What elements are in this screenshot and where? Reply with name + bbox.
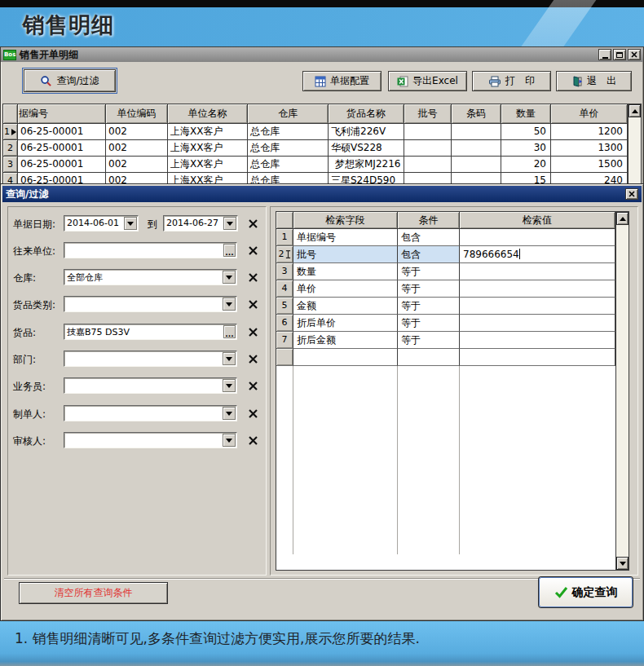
clear-auditor-button[interactable] bbox=[246, 434, 259, 447]
criteria-row-number[interactable]: 3 bbox=[276, 263, 293, 280]
dropdown-button[interactable] bbox=[223, 379, 236, 392]
col-qty[interactable]: 数量 bbox=[501, 104, 551, 124]
clear-date-button[interactable] bbox=[246, 217, 259, 230]
criteria-row-selected[interactable]: 2 批号 包含 789666654 bbox=[276, 246, 615, 263]
criteria-field-cell[interactable]: 单据编号 bbox=[293, 229, 398, 246]
date-to-combobox[interactable]: 2014-06-27 bbox=[163, 215, 238, 232]
dropdown-button[interactable] bbox=[223, 434, 236, 447]
col-barcode[interactable]: 条码 bbox=[452, 104, 501, 124]
criteria-value-cell[interactable] bbox=[460, 280, 615, 298]
table-vertical-scrollbar[interactable] bbox=[628, 104, 641, 188]
clear-salesman-button[interactable] bbox=[246, 379, 259, 392]
criteria-empty-row[interactable] bbox=[276, 349, 615, 366]
dialog-titlebar[interactable]: 查询/过滤 bbox=[2, 186, 642, 202]
criteria-value-cell[interactable] bbox=[460, 315, 615, 332]
criteria-col-field[interactable]: 检索字段 bbox=[293, 212, 398, 229]
product-lookup-input[interactable]: 技嘉B75 DS3V ... bbox=[64, 324, 237, 340]
row-number[interactable]: 3 bbox=[3, 157, 18, 173]
criteria-cond-cell[interactable]: 包含 bbox=[398, 229, 460, 246]
criteria-row[interactable]: 4 单价 等于 bbox=[276, 280, 615, 298]
clear-product-button[interactable] bbox=[246, 325, 259, 338]
col-batch[interactable]: 批号 bbox=[404, 104, 452, 124]
maximize-button[interactable] bbox=[613, 49, 626, 60]
criteria-row-number[interactable]: 2 bbox=[276, 246, 293, 263]
criteria-row[interactable]: 6 折后单价 等于 bbox=[276, 315, 615, 332]
col-unit-name[interactable]: 单位名称 bbox=[168, 104, 248, 124]
clear-department-button[interactable] bbox=[246, 352, 259, 365]
clear-category-button[interactable] bbox=[246, 298, 259, 311]
criteria-cond-cell[interactable]: 等于 bbox=[398, 315, 460, 332]
criteria-value-cell[interactable] bbox=[460, 332, 615, 349]
dropdown-button[interactable] bbox=[223, 217, 236, 230]
minimize-button[interactable] bbox=[598, 49, 611, 60]
lookup-ellipsis-button[interactable]: ... bbox=[223, 325, 236, 338]
criteria-cond-cell[interactable]: 等于 bbox=[398, 298, 460, 315]
criteria-cond-cell[interactable]: 等于 bbox=[398, 263, 460, 280]
col-product[interactable]: 货品名称 bbox=[329, 104, 404, 124]
criteria-field-cell[interactable]: 批号 bbox=[293, 246, 398, 263]
col-price[interactable]: 单价 bbox=[551, 104, 628, 124]
dropdown-button[interactable] bbox=[223, 407, 236, 420]
window-titlebar[interactable]: Bos 销售开单明细 bbox=[1, 47, 643, 62]
clear-all-conditions-button[interactable]: 清空所有查询条件 bbox=[19, 582, 168, 604]
criteria-field-cell[interactable]: 折后金额 bbox=[293, 332, 398, 349]
table-row[interactable]: 1 06-25-00001 002 上海XX客户 总仓库 飞利浦226V 50 … bbox=[3, 124, 628, 140]
print-button[interactable]: 打 印 bbox=[472, 71, 551, 91]
confirm-query-button[interactable]: 确定查询 bbox=[539, 577, 633, 607]
clear-partner-button[interactable] bbox=[246, 244, 259, 257]
criteria-row[interactable]: 7 折后金额 等于 bbox=[276, 332, 615, 349]
dropdown-button[interactable] bbox=[223, 352, 236, 365]
criteria-cond-cell[interactable]: 包含 bbox=[398, 246, 460, 263]
criteria-value-cell[interactable] bbox=[460, 298, 615, 315]
warehouse-select[interactable]: 全部仓库 bbox=[64, 269, 237, 285]
col-unit-code[interactable]: 单位编码 bbox=[106, 104, 168, 124]
salesman-select[interactable] bbox=[64, 377, 237, 394]
lookup-ellipsis-button[interactable]: ... bbox=[223, 244, 236, 257]
criteria-field-cell[interactable]: 折后单价 bbox=[293, 315, 398, 332]
criteria-vertical-scrollbar[interactable] bbox=[615, 212, 629, 570]
row-number[interactable]: 2 bbox=[3, 140, 18, 157]
auditor-select[interactable] bbox=[64, 432, 237, 448]
criteria-row-number[interactable]: 7 bbox=[276, 332, 293, 349]
clear-warehouse-button[interactable] bbox=[246, 271, 259, 284]
doc-config-button[interactable]: 单据配置 bbox=[302, 71, 382, 91]
close-button[interactable] bbox=[628, 49, 641, 60]
exit-button[interactable]: 退 出 bbox=[556, 71, 632, 91]
criteria-cond-cell[interactable]: 等于 bbox=[398, 280, 460, 298]
partner-lookup-input[interactable]: ... bbox=[64, 242, 237, 258]
col-doc-no[interactable]: 据编号 bbox=[18, 104, 106, 124]
table-row[interactable]: 3 06-25-00001 002 上海XX客户 总仓库 梦想家MJ2216 2… bbox=[3, 157, 628, 173]
criteria-value-input[interactable]: 789666654 bbox=[460, 246, 615, 263]
category-select[interactable] bbox=[64, 296, 237, 312]
export-excel-button[interactable]: 导出Excel bbox=[388, 71, 467, 91]
criteria-field-cell[interactable]: 数量 bbox=[293, 263, 398, 280]
scroll-up-button[interactable] bbox=[616, 212, 629, 225]
creator-select[interactable] bbox=[64, 405, 237, 421]
criteria-row[interactable]: 3 数量 等于 bbox=[276, 263, 615, 280]
table-row[interactable]: 2 06-25-00001 002 上海XX客户 总仓库 华硕VS228 30 … bbox=[3, 140, 628, 157]
dropdown-button[interactable] bbox=[124, 217, 137, 230]
criteria-row[interactable]: 5 金额 等于 bbox=[276, 298, 615, 315]
dialog-close-button[interactable] bbox=[625, 188, 638, 200]
criteria-field-cell[interactable]: 金额 bbox=[293, 298, 398, 315]
criteria-col-value[interactable]: 检索值 bbox=[460, 212, 615, 229]
criteria-row-number[interactable]: 6 bbox=[276, 315, 293, 332]
clear-creator-button[interactable] bbox=[246, 407, 259, 420]
dropdown-button[interactable] bbox=[223, 298, 236, 311]
criteria-value-cell[interactable] bbox=[460, 229, 615, 246]
department-select[interactable] bbox=[64, 351, 237, 367]
criteria-row-number[interactable]: 1 bbox=[276, 229, 293, 246]
criteria-row-number[interactable]: 5 bbox=[276, 298, 293, 315]
col-warehouse[interactable]: 仓库 bbox=[248, 104, 329, 124]
scroll-down-button[interactable] bbox=[616, 557, 629, 570]
row-number[interactable]: 1 bbox=[3, 124, 18, 140]
criteria-field-cell[interactable]: 单价 bbox=[293, 280, 398, 298]
criteria-col-cond[interactable]: 条件 bbox=[398, 212, 460, 229]
criteria-row-number[interactable]: 4 bbox=[276, 280, 293, 298]
criteria-cond-cell[interactable]: 等于 bbox=[398, 332, 460, 349]
criteria-value-cell[interactable] bbox=[460, 263, 615, 280]
date-from-combobox[interactable]: 2014-06-01 bbox=[64, 215, 139, 232]
dropdown-button[interactable] bbox=[223, 271, 236, 284]
criteria-row[interactable]: 1 单据编号 包含 bbox=[276, 229, 615, 246]
scroll-up-button[interactable] bbox=[629, 104, 641, 117]
